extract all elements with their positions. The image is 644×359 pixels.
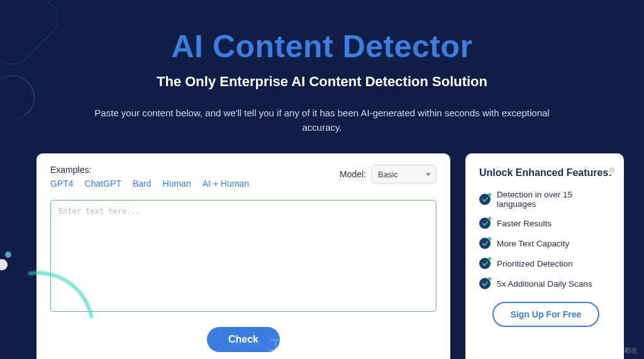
check-icon bbox=[479, 194, 491, 205]
hero-section: AI Content Detector The Only Enterprise … bbox=[0, 0, 644, 135]
feature-item: Prioritized Detection bbox=[479, 258, 613, 269]
feature-text: Detection in over 15 languages bbox=[497, 190, 613, 209]
feature-item: Faster Results bbox=[479, 218, 613, 229]
feature-text: Prioritized Detection bbox=[497, 259, 573, 268]
feature-text: Faster Results bbox=[497, 219, 552, 228]
example-link-bard[interactable]: Bard bbox=[133, 179, 152, 189]
page-subtitle: The Only Enterprise AI Content Detection… bbox=[0, 74, 644, 90]
example-link-gpt4[interactable]: GPT4 bbox=[50, 179, 74, 189]
model-select[interactable]: Basic bbox=[371, 165, 436, 184]
feature-text: 5x Additional Daily Scans bbox=[497, 279, 592, 289]
examples-label: Examples: bbox=[50, 165, 249, 175]
info-icon[interactable] bbox=[609, 167, 615, 174]
example-link-human[interactable]: Human bbox=[163, 179, 191, 189]
features-card: Unlock Enhanced Features: Detection in o… bbox=[465, 153, 624, 359]
feature-item: 5x Additional Daily Scans bbox=[479, 278, 613, 289]
content-input[interactable] bbox=[50, 200, 436, 312]
check-icon bbox=[479, 258, 491, 269]
feature-item: More Text Capacity bbox=[479, 238, 613, 249]
check-icon bbox=[479, 238, 491, 249]
features-title: Unlock Enhanced Features: bbox=[479, 167, 613, 179]
page-description: Paste your content below, and we'll tell… bbox=[77, 106, 567, 135]
feature-text: More Text Capacity bbox=[497, 239, 569, 248]
page-title: AI Content Detector bbox=[0, 28, 644, 65]
model-selected-value: Basic bbox=[378, 170, 398, 179]
feature-item: Detection in over 15 languages bbox=[479, 190, 613, 209]
decorative-dot bbox=[0, 259, 8, 270]
check-icon bbox=[479, 218, 491, 229]
detector-card: Examples: GPT4 ChatGPT Bard Human AI + H… bbox=[36, 153, 450, 359]
model-label: Model: bbox=[340, 169, 366, 179]
signup-button[interactable]: Sign Up For Free bbox=[492, 302, 599, 327]
chevron-down-icon bbox=[426, 173, 431, 176]
decorative-dot bbox=[5, 251, 11, 258]
example-link-chatgpt[interactable]: ChatGPT bbox=[85, 179, 121, 189]
check-button[interactable]: Check bbox=[207, 327, 280, 352]
example-link-ai-human[interactable]: AI + Human bbox=[203, 179, 249, 189]
check-icon bbox=[479, 278, 491, 289]
